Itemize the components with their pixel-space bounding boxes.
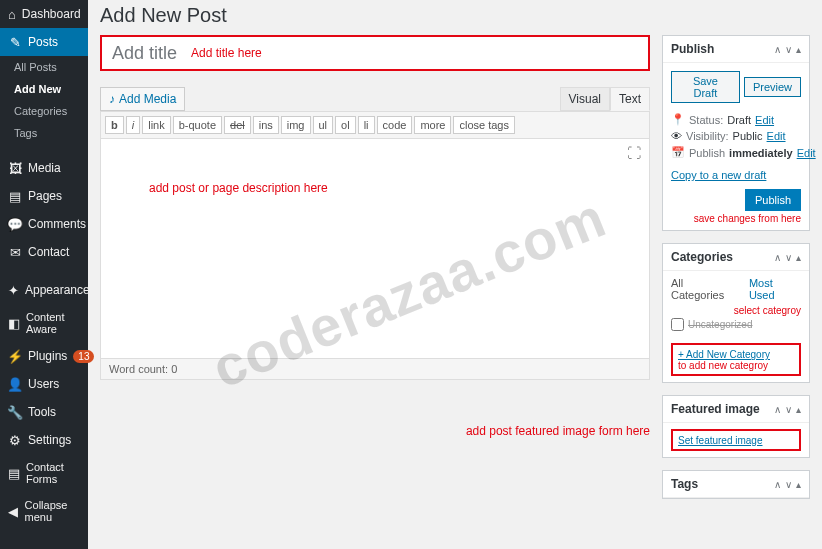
toggle-icon[interactable]: ▴ [796,404,801,415]
tb-i[interactable]: i [126,116,140,134]
editor-tab-text[interactable]: Text [610,87,650,111]
sidebar-label: Collapse menu [25,499,80,523]
tags-title: Tags [671,477,698,491]
eye-icon: 👁 [671,130,682,142]
sidebar-sub-add-new[interactable]: Add New [0,78,88,100]
comments-icon: 💬 [8,217,22,231]
editor-body[interactable]: ⛶ add post or page description here [100,139,650,359]
contact-forms-icon: ▤ [8,466,20,480]
chevron-up-icon[interactable]: ∧ [774,252,781,263]
tb-img[interactable]: img [281,116,311,134]
editor-annotation: add post or page description here [149,181,328,195]
tb-del[interactable]: del [224,116,251,134]
editor-tab-visual[interactable]: Visual [560,87,610,111]
save-draft-button[interactable]: Save Draft [671,71,740,103]
sidebar-item-media[interactable]: 🖾Media [0,154,88,182]
posts-icon: ✎ [8,35,22,49]
dashboard-icon: ⌂ [8,7,16,21]
admin-sidebar: ⌂Dashboard ✎Posts All Posts Add New Cate… [0,0,88,549]
add-media-button[interactable]: ♪Add Media [100,87,185,111]
chevron-up-icon[interactable]: ∧ [774,44,781,55]
edit-date[interactable]: Edit [797,147,816,159]
appearance-icon: ✦ [8,283,19,297]
sidebar-sub-all-posts[interactable]: All Posts [0,56,88,78]
sidebar-item-comments[interactable]: 💬Comments [0,210,88,238]
tb-bquote[interactable]: b-quote [173,116,222,134]
copy-draft-link[interactable]: Copy to a new draft [671,169,766,181]
editor-statusbar: Word count: 0 [100,359,650,380]
settings-icon: ⚙ [8,433,22,447]
sidebar-item-appearance[interactable]: ✦Appearance [0,276,88,304]
title-annotation: Add title here [191,46,262,60]
sidebar-collapse[interactable]: ◀Collapse menu [0,492,88,530]
chevron-up-icon[interactable]: ∧ [774,479,781,490]
add-category-link[interactable]: + Add New Category [678,349,770,360]
cat-select-annotation: select categroy [671,305,801,316]
chevron-down-icon[interactable]: ∨ [785,44,792,55]
post-title-input[interactable]: Add title [112,43,177,64]
categories-box: Categories∧∨▴ All CategoriesMost Used se… [662,243,810,383]
chevron-down-icon[interactable]: ∨ [785,404,792,415]
cat-tab-all[interactable]: All Categories [671,277,739,301]
sidebar-label: Settings [28,433,71,447]
tb-li[interactable]: li [358,116,375,134]
fullscreen-icon[interactable]: ⛶ [627,145,641,161]
sidebar-item-tools[interactable]: 🔧Tools [0,398,88,426]
contact-icon: ✉ [8,245,22,259]
chevron-down-icon[interactable]: ∨ [785,479,792,490]
toggle-icon[interactable]: ▴ [796,252,801,263]
sidebar-item-users[interactable]: 👤Users [0,370,88,398]
tb-more[interactable]: more [414,116,451,134]
sidebar-label: Comments [28,217,86,231]
publish-annotation: save changes from here [671,213,801,224]
sidebar-item-dashboard[interactable]: ⌂Dashboard [0,0,88,28]
content-aware-icon: ◧ [8,316,20,330]
tb-b[interactable]: b [105,116,124,134]
tb-ol[interactable]: ol [335,116,356,134]
publish-box: Publish∧∨▴ Save Draft Preview 📍Status: D… [662,35,810,231]
toggle-icon[interactable]: ▴ [796,44,801,55]
sidebar-label: Appearance [25,283,90,297]
edit-visibility[interactable]: Edit [767,130,786,142]
tags-box: Tags∧∨▴ [662,470,810,499]
tb-link[interactable]: link [142,116,171,134]
publish-title: Publish [671,42,714,56]
tb-ul[interactable]: ul [313,116,334,134]
preview-button[interactable]: Preview [744,77,801,97]
editor-toolbar: b i link b-quote del ins img ul ol li co… [100,111,650,139]
tb-code[interactable]: code [377,116,413,134]
sidebar-label: Tools [28,405,56,419]
sidebar-item-posts[interactable]: ✎Posts [0,28,88,56]
tools-icon: 🔧 [8,405,22,419]
categories-title: Categories [671,250,733,264]
sidebar-label: Dashboard [22,7,81,21]
plugins-icon: ⚡ [8,349,22,363]
publish-value: immediately [729,147,793,159]
cat-tab-most[interactable]: Most Used [749,277,801,301]
sidebar-item-content-aware[interactable]: ◧Content Aware [0,304,88,342]
sidebar-item-plugins[interactable]: ⚡Plugins13 [0,342,88,370]
sidebar-item-contact-forms[interactable]: ▤Contact Forms [0,454,88,492]
publish-button[interactable]: Publish [745,189,801,211]
status-label: Status: [689,114,723,126]
collapse-icon: ◀ [8,504,19,518]
sidebar-label: Posts [28,35,58,49]
pin-icon: 📍 [671,113,685,126]
cat-item-label: Uncategorized [688,319,752,330]
featured-image-box: Featured image∧∨▴ Set featured image [662,395,810,458]
sidebar-item-settings[interactable]: ⚙Settings [0,426,88,454]
tb-ins[interactable]: ins [253,116,279,134]
chevron-up-icon[interactable]: ∧ [774,404,781,415]
sidebar-item-pages[interactable]: ▤Pages [0,182,88,210]
edit-status[interactable]: Edit [755,114,774,126]
users-icon: 👤 [8,377,22,391]
sidebar-sub-categories[interactable]: Categories [0,100,88,122]
cat-checkbox[interactable] [671,318,684,331]
media-btn-icon: ♪ [109,92,115,106]
toggle-icon[interactable]: ▴ [796,479,801,490]
set-featured-link[interactable]: Set featured image [678,435,763,446]
tb-closetags[interactable]: close tags [453,116,515,134]
chevron-down-icon[interactable]: ∨ [785,252,792,263]
sidebar-sub-tags[interactable]: Tags [0,122,88,144]
sidebar-item-contact[interactable]: ✉Contact [0,238,88,266]
